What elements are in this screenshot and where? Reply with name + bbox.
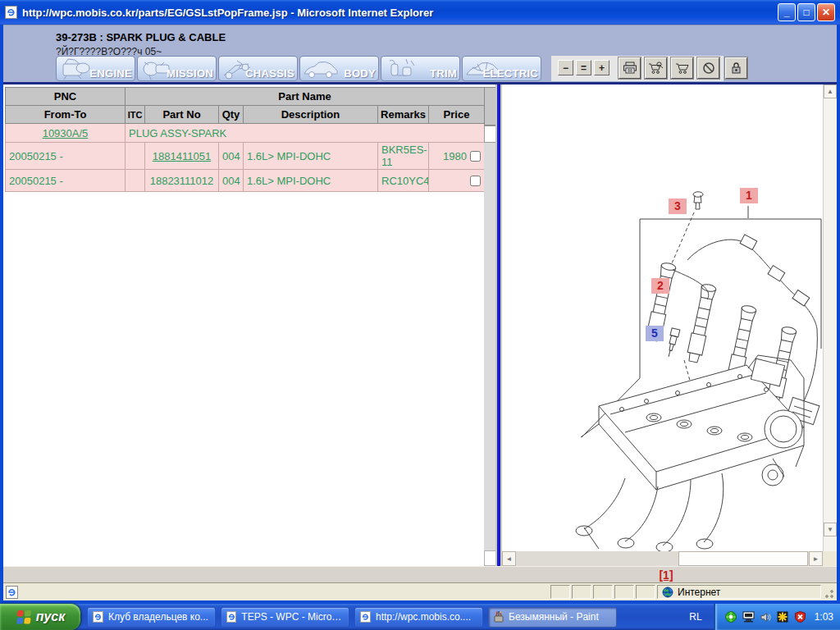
task-button-ie-3[interactable]: http://wpc.mobis.co.... [354, 607, 483, 628]
taskbar: пуск Клуб владельцев ко... TEPS - WPC - … [0, 604, 840, 630]
col-header-remarks: Remarks [378, 106, 429, 124]
security-zone-pane: Интернет [657, 585, 821, 599]
status-pane [614, 585, 634, 599]
pagination-bar: [1] [3, 566, 837, 582]
col-header-part-name: Part Name [126, 88, 485, 106]
itc-cell [126, 143, 145, 170]
task-button-ie-2[interactable]: TEPS - WPC - Microso... [221, 607, 349, 628]
lock-icon [730, 62, 742, 75]
select-part-checkbox[interactable] [470, 176, 481, 186]
resize-grip[interactable] [823, 585, 834, 599]
cart-search-button[interactable] [645, 57, 667, 79]
ie-icon [360, 611, 371, 623]
diagram-horizontal-scrollbar[interactable]: ◄ ► [502, 551, 823, 566]
lock-button[interactable] [725, 57, 747, 79]
network-tray-icon[interactable] [742, 611, 755, 623]
diagram-label-5[interactable]: 5 [646, 326, 664, 341]
windows-logo-icon [16, 609, 32, 625]
description-cell: 1.6L> MPI-DOHC [244, 143, 378, 170]
table-row: 20050215 - 1881411051 004 1.6L> MPI-DOHC… [6, 143, 485, 170]
pnc-link[interactable]: 10930A/5 [43, 127, 89, 139]
col-header-from-to: From-To [6, 106, 126, 124]
tab-chassis[interactable]: CHASSIS [218, 56, 298, 81]
diagram-vertical-scrollbar[interactable]: ▲ ▼ [823, 84, 837, 551]
scroll-left-button[interactable]: ◄ [502, 551, 516, 566]
task-label: Безымянный - Paint [509, 611, 599, 623]
diagram-label-1[interactable]: 1 [740, 188, 758, 203]
volume-tray-icon[interactable] [760, 611, 772, 623]
zoom-fit-button[interactable]: = [576, 60, 591, 75]
tab-mission[interactable]: MISSION [137, 56, 217, 81]
tab-trim[interactable]: TRIM [381, 56, 460, 81]
col-header-description: Description [244, 106, 378, 124]
security-alert-tray-icon[interactable] [794, 611, 806, 623]
part-name-cell: PLUG ASSY-SPARK [126, 124, 485, 143]
title-bar: http://wpc.mobis.co.kr/parts/EG/GSLstPop… [0, 0, 840, 25]
tab-body[interactable]: BODY [299, 56, 379, 81]
scroll-up-button[interactable]: ▲ [824, 84, 837, 98]
col-header-part-no: Part No [145, 106, 219, 124]
col-header-qty: Qty [219, 106, 244, 124]
cancel-button[interactable] [697, 57, 719, 79]
no-entry-icon [702, 62, 715, 75]
diagram-label-2[interactable]: 2 [651, 278, 669, 294]
tab-engine[interactable]: ENGINE [56, 56, 135, 81]
scroll-right-button[interactable]: ► [809, 551, 823, 566]
diagram-label-3[interactable]: 3 [669, 199, 687, 214]
task-label: TEPS - WPC - Microso... [241, 611, 345, 623]
printer-icon [623, 62, 637, 75]
tab-label: ENGINE [89, 67, 132, 80]
task-buttons: Клуб владельцев ко... TEPS - WPC - Micro… [87, 607, 617, 628]
minimize-button[interactable]: _ [778, 3, 796, 21]
antivirus-tray-icon[interactable] [777, 611, 789, 623]
scroll-down-button[interactable]: ▼ [824, 523, 837, 536]
scrollbar-corner [823, 551, 837, 566]
col-header-price: Price [429, 106, 485, 124]
from-to-cell: 20050215 - [6, 170, 126, 192]
parts-list-scrollbar[interactable] [484, 126, 495, 566]
from-to-cell: 20050215 - [6, 143, 126, 170]
tab-label: ELECTRIC [483, 67, 538, 80]
internet-globe-icon [662, 587, 673, 598]
section-title: 39-273B : SPARK PLUG & CABLE [56, 31, 226, 43]
zoom-in-button[interactable]: + [594, 60, 609, 75]
status-pane [593, 585, 613, 599]
col-header-itc: ITC [126, 106, 145, 124]
cart-icon [674, 62, 690, 75]
qty-cell: 004 [219, 143, 244, 170]
tab-label: TRIM [430, 67, 457, 80]
ie-icon [226, 611, 236, 623]
col-header-pnc: PNC [6, 88, 126, 106]
body-sketch-icon [302, 57, 340, 81]
frame-divider[interactable] [495, 84, 502, 566]
window-border [837, 25, 840, 604]
close-button[interactable]: ✕ [817, 3, 835, 21]
task-button-ie-1[interactable]: Клуб владельцев ко... [87, 607, 216, 628]
scrollbar-thumb[interactable] [484, 126, 495, 143]
ie-icon [93, 611, 103, 623]
diagram-frame: 1 2 3 5 ▲ ▼ ◄ ► [502, 84, 837, 566]
clock[interactable]: 1:03 [815, 611, 833, 623]
task-label: Клуб владельцев ко... [108, 611, 208, 623]
window-title: http://wpc.mobis.co.kr/parts/EG/GSLstPop… [22, 7, 778, 19]
category-tabs: ENGINE MISSION CHASSIS BODY TRIM ELECTRI… [56, 56, 541, 81]
select-part-checkbox[interactable] [470, 151, 481, 162]
table-row: 20050215 - 18823111012 004 1.6L> MPI-DOH… [6, 170, 485, 192]
catalog-header: 39-273B : SPARK PLUG & CABLE ?Й?Г????В?О… [3, 25, 837, 82]
icq-tray-icon[interactable] [725, 611, 737, 623]
start-button[interactable]: пуск [0, 604, 80, 630]
ie-document-icon [5, 6, 17, 19]
header-filler [484, 87, 495, 126]
language-indicator[interactable]: RL [689, 611, 701, 623]
start-label: пуск [36, 609, 66, 624]
scrollbar-thumb[interactable] [678, 551, 808, 566]
zoom-out-button[interactable]: − [558, 60, 573, 75]
page-1-link[interactable]: [1] [505, 568, 827, 582]
tab-electric[interactable]: ELECTRIC [462, 56, 541, 81]
cart-button[interactable] [671, 57, 693, 79]
part-no-link[interactable]: 1881411051 [153, 150, 211, 162]
ie-window: http://wpc.mobis.co.kr/parts/EG/GSLstPop… [0, 0, 840, 630]
print-button[interactable] [619, 57, 641, 79]
task-button-paint[interactable]: Безымянный - Paint [488, 607, 617, 628]
maximize-button[interactable]: □ [797, 3, 815, 21]
